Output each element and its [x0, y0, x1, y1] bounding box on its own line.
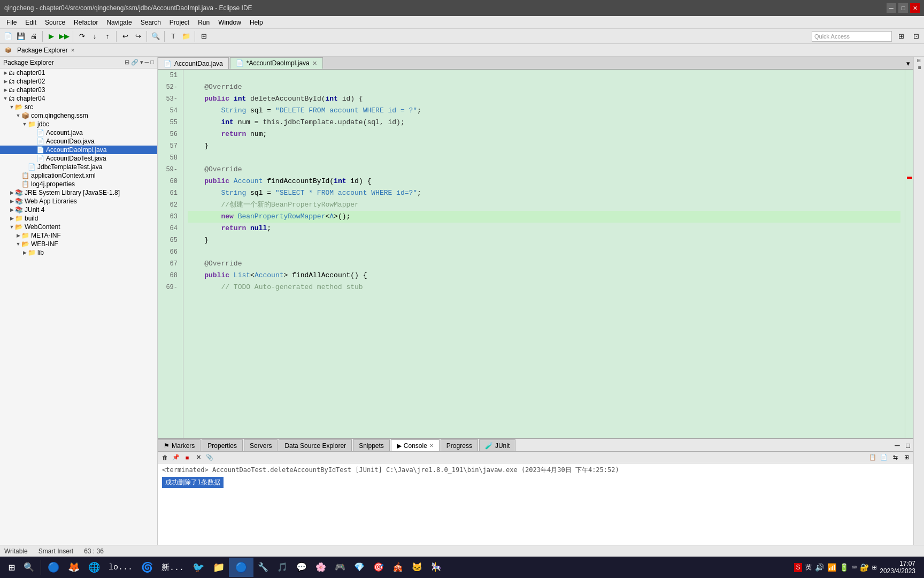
taskbar-apps1[interactable]: 📁: [209, 558, 229, 577]
tray-icons[interactable]: 🔊: [815, 563, 824, 572]
code-editor[interactable]: 51 52- 53- 54 55 56 57 58 59- 60 61 62 6…: [158, 70, 913, 438]
sidebar-max-icon[interactable]: □: [150, 59, 154, 66]
tab-servers[interactable]: Servers: [244, 439, 278, 451]
maximize-view[interactable]: ⊞: [198, 31, 210, 42]
tab-snippets[interactable]: Snippets: [353, 439, 390, 451]
tray-battery[interactable]: 🔋: [840, 563, 849, 572]
taskbar-start[interactable]: ⊞: [4, 558, 19, 577]
search-toolbar[interactable]: 🔍: [150, 31, 161, 42]
tree-accountdao-java[interactable]: 📄 AccountDao.java: [0, 137, 157, 146]
taskbar-search[interactable]: 🔍: [19, 558, 38, 577]
tree-lib[interactable]: ▶ 📁 lib: [0, 248, 157, 257]
menu-project[interactable]: Project: [165, 18, 194, 27]
tab-properties[interactable]: Properties: [202, 439, 243, 451]
bottom-panel-maximize[interactable]: □: [903, 439, 913, 451]
menu-refactor[interactable]: Refactor: [70, 18, 102, 27]
taskbar-apps2[interactable]: 🔧: [253, 558, 273, 577]
pkg-explorer-close[interactable]: ✕: [71, 47, 75, 54]
taskbar-firefox[interactable]: 🦊: [64, 558, 84, 577]
tree-com-qingcheng[interactable]: ▼ 📦 com.qingcheng.ssm: [0, 111, 157, 120]
console-paste-btn[interactable]: 📄: [879, 453, 889, 462]
tray-settings[interactable]: 🔐: [860, 563, 869, 572]
tab-console-close[interactable]: ✕: [429, 443, 434, 448]
tree-src[interactable]: ▼ 📂 src: [0, 103, 157, 111]
console-word-wrap-btn[interactable]: ⇆: [890, 453, 900, 462]
sidebar-minimize-icon[interactable]: ─: [145, 59, 149, 66]
perspectives-btn[interactable]: ⊞: [895, 31, 907, 42]
open-resource[interactable]: 📁: [180, 31, 192, 42]
console-expand-btn[interactable]: ⊞: [902, 453, 911, 462]
sidebar-menu-icon[interactable]: ▾: [140, 59, 143, 66]
tree-appcontext-xml[interactable]: 📋 applicationContext.xml: [0, 171, 157, 180]
tree-build[interactable]: ▶ 📁 build: [0, 214, 157, 223]
tree-chapter01[interactable]: ▶ 🗂 chapter01: [0, 69, 157, 77]
tab-accountdao[interactable]: 📄 AccountDao.java: [158, 57, 229, 69]
taskbar-apps6[interactable]: 🎮: [330, 558, 350, 577]
tree-jdbc[interactable]: ▼ 📁 jdbc: [0, 120, 157, 128]
tab-console[interactable]: ▶ Console ✕: [391, 439, 440, 451]
tree-junit4[interactable]: ▶ 📚 JUnit 4: [0, 206, 157, 214]
tray-keyboard[interactable]: ⌨: [852, 563, 856, 572]
menu-file[interactable]: File: [2, 18, 21, 27]
bottom-panel-minimize[interactable]: ─: [892, 439, 903, 451]
print-button[interactable]: 🖨: [28, 31, 40, 42]
tab-datasource[interactable]: Data Source Explorer: [279, 439, 352, 451]
taskbar-apps4[interactable]: 💬: [292, 558, 311, 577]
tree-log4j[interactable]: 📋 log4j.properties: [0, 180, 157, 188]
taskbar-apps8[interactable]: 🎯: [369, 558, 388, 577]
tray-network[interactable]: 📶: [827, 563, 836, 572]
taskbar-eclipse[interactable]: 🔵: [229, 558, 253, 577]
step-into[interactable]: ↓: [89, 31, 101, 42]
tree-chapter04[interactable]: ▼ 🗂 chapter04: [0, 94, 157, 103]
view-menu-button[interactable]: ▾: [903, 57, 913, 69]
link-with-editor-icon[interactable]: 🔗: [131, 59, 138, 66]
right-panel-icon1[interactable]: ⊞: [915, 59, 922, 63]
tray-ime[interactable]: S: [794, 563, 803, 572]
tree-webinf[interactable]: ▼ 📂 WEB-INF: [0, 240, 157, 248]
pkg-explorer-icon[interactable]: 📦: [2, 44, 14, 56]
tree-account-java[interactable]: 📄 Account.java: [0, 128, 157, 137]
taskbar-lo[interactable]: lo...: [104, 558, 137, 577]
tray-apps[interactable]: ⊞: [872, 563, 876, 572]
taskbar-new[interactable]: 新...: [157, 558, 188, 577]
taskbar-thunderbird[interactable]: 🐦: [188, 558, 209, 577]
tab-markers[interactable]: ⚑ Markers: [158, 439, 201, 451]
tree-jdbctemplate-java[interactable]: 📄 JdbcTemplateTest.java: [0, 163, 157, 171]
tree-chapter02[interactable]: ▶ 🗂 chapter02: [0, 77, 157, 86]
run-button[interactable]: ▶▶: [58, 31, 70, 42]
tree-webapp-lib[interactable]: ▶ 📚 Web App Libraries: [0, 197, 157, 206]
minimize-button[interactable]: ─: [887, 3, 896, 13]
close-button[interactable]: ✕: [910, 3, 920, 13]
step-over[interactable]: ↷: [76, 31, 88, 42]
tree-metainf[interactable]: ▶ 📁 META-INF: [0, 231, 157, 240]
taskbar-apps11[interactable]: 🎠: [427, 558, 446, 577]
menu-source[interactable]: Source: [41, 18, 70, 27]
tab-accountdaoimpl-close[interactable]: ✕: [312, 60, 317, 67]
tree-accountdaotest-java[interactable]: 📄 AccountDaoTest.java: [0, 154, 157, 163]
save-button[interactable]: 💾: [15, 31, 27, 42]
undo-button[interactable]: ↩: [119, 31, 131, 42]
tree-jre[interactable]: ▶ 📚 JRE System Library [JavaSE-1.8]: [0, 188, 157, 197]
tree-chapter03[interactable]: ▶ 🗂 chapter03: [0, 86, 157, 94]
tab-progress[interactable]: Progress: [441, 439, 478, 451]
taskbar-ie2[interactable]: 🌐: [84, 558, 104, 577]
menu-edit[interactable]: Edit: [21, 18, 41, 27]
collapse-all-icon[interactable]: ⊟: [125, 59, 129, 66]
tab-accountdaoimpl[interactable]: 📄 *AccountDaoImpl.java ✕: [230, 57, 323, 69]
menu-window[interactable]: Window: [214, 18, 245, 27]
taskbar-chrome[interactable]: 🌀: [137, 558, 157, 577]
scroll-lock-btn[interactable]: 📌: [171, 453, 181, 462]
tree-accountdaoimpl-java[interactable]: 📄 AccountDaoImpl.java: [0, 146, 157, 154]
clear-console-btn[interactable]: 🗑: [160, 453, 170, 462]
console-pin-btn[interactable]: 📎: [205, 453, 214, 462]
menu-navigate[interactable]: Navigate: [102, 18, 136, 27]
debug-button[interactable]: ▶: [45, 31, 57, 42]
taskbar-apps10[interactable]: 🐱: [407, 558, 427, 577]
redo-button[interactable]: ↪: [132, 31, 144, 42]
new-button[interactable]: 📄: [2, 31, 14, 42]
console-remove-btn[interactable]: ✕: [194, 453, 203, 462]
step-out[interactable]: ↑: [102, 31, 113, 42]
tree-webcontent[interactable]: ▼ 📂 WebContent: [0, 223, 157, 231]
taskbar-apps7[interactable]: 💎: [350, 558, 369, 577]
tab-junit[interactable]: 🧪 JUnit: [479, 439, 515, 451]
